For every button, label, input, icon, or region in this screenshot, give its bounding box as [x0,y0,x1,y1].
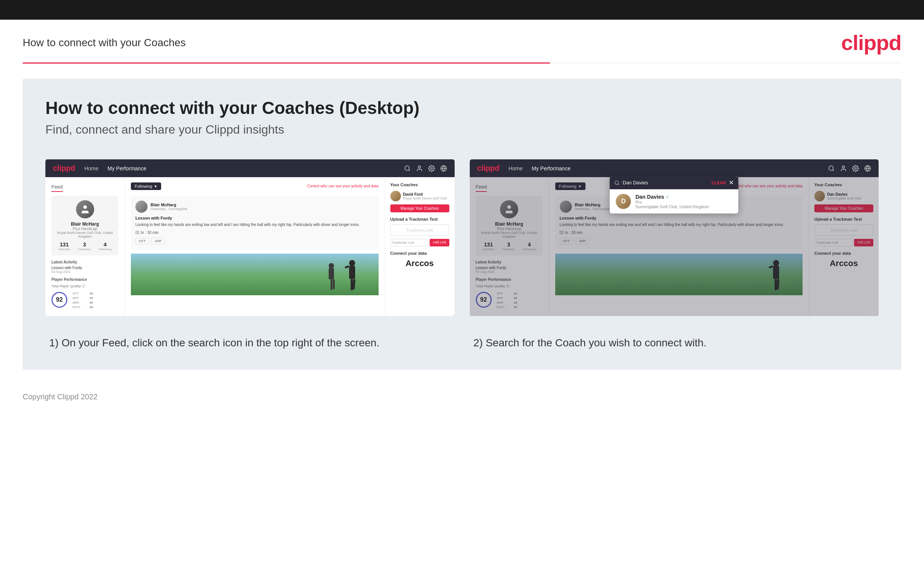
latest-activity-1: Latest Activity Lesson with Fordy 03 Aug… [52,260,118,274]
svg-point-18 [842,166,845,168]
profile-avatar-2 [500,200,518,218]
app-btn-2[interactable]: APP [576,238,589,245]
svg-point-0 [405,166,409,170]
user-icon-1 [416,165,423,172]
copyright-text: Copyright Clippd 2022 [23,393,97,401]
search-icon-2[interactable] [828,165,835,172]
header: How to connect with your Coaches clippd [0,19,924,62]
svg-point-2 [418,166,421,168]
latest-activity-2: Latest Activity Lesson with Fordy 03 Aug… [476,260,543,274]
ott-btn-1[interactable]: OTT [135,238,149,245]
clippd-logo: clippd [841,30,901,55]
svg-rect-14 [330,279,332,290]
user-icon-2 [840,165,847,172]
svg-rect-15 [333,279,335,289]
coach-avatar-2 [814,191,825,201]
verified-icon: ✓ [666,194,670,200]
nav-performance-1[interactable]: My Performance [107,166,146,172]
search-clear-button[interactable]: CLEAR [712,180,726,185]
profile-handicap-2: Plus Handicap [479,227,540,231]
manage-coaches-btn-2[interactable]: Manage Your Coaches [814,205,873,212]
connect-title-2: Connect your data [814,251,873,255]
golfer-silhouette-3 [765,257,788,295]
screenshot-1: clippd Home My Performance Feed [45,159,455,316]
globe-icon-2 [864,165,871,172]
control-link-1[interactable]: Control who can see your activity and da… [307,184,378,188]
connect-title-1: Connect your data [390,251,449,255]
coach-item-1: David Ford Royal North Devon Golf Club [390,191,449,201]
add-link-btn-2[interactable]: Add Link [854,239,873,247]
app-btn-1[interactable]: APP [151,238,165,245]
settings-icon-2 [852,165,859,172]
profile-stats-2: 131 Activities 3 Followers 4 Following [479,242,540,251]
svg-rect-13 [328,268,334,279]
svg-point-6 [83,206,87,209]
arccos-logo-1: Arccos [390,258,449,268]
following-button-2[interactable]: Following ▼ [555,182,586,190]
search-icon-1[interactable] [404,165,411,172]
feed-label-1: Feed [52,184,63,192]
coach-item-2: Dan Davies Sunningdale Golf Club [814,191,873,201]
player-performance-1: Player Performance Total Player Quality … [52,278,118,310]
nav-icons-1 [404,165,447,172]
svg-rect-9 [345,265,350,269]
trackman-field-2[interactable]: Trackman Link [814,239,853,247]
control-link-2[interactable]: Control who can see your activity and da… [731,184,803,188]
app-body-1: Feed Blair McHarg Plus Handicap Royal No… [45,177,455,316]
trackman-placeholder-2: Trackman Link [814,224,873,236]
coach-name-dan: Dan Davies [827,192,861,196]
app-logo-2: clippd [477,164,500,173]
app-logo-1: clippd [53,164,75,173]
profile-name-2: Blair McHarg [479,221,540,227]
nav-home-1[interactable]: Home [84,166,98,172]
coach-club-1: Royal North Devon Golf Club [403,196,447,200]
search-close-button[interactable]: ✕ [729,179,734,186]
globe-icon-1 [440,165,447,172]
svg-point-12 [328,263,334,268]
manage-coaches-btn-1[interactable]: Manage Your Coaches [390,205,449,212]
sidebar-1: Feed Blair McHarg Plus Handicap Royal No… [45,177,125,316]
settings-icon-1 [428,165,435,172]
svg-point-25 [773,260,779,266]
search-result-name: Dan Davies [635,194,664,200]
golfer-silhouette-2 [322,261,341,295]
search-result-item[interactable]: D Dan Davies ✓ Pro Sunningdale Golf Club… [610,189,738,213]
coach-club-dan: Sunningdale Golf Club [827,196,861,200]
following-button-1[interactable]: Following ▼ [131,182,161,190]
nav-performance-2[interactable]: My Performance [532,166,571,172]
nav-icons-2 [828,165,871,172]
svg-point-19 [855,167,857,169]
ott-btn-2[interactable]: OTT [560,238,573,245]
svg-rect-26 [773,266,779,279]
golf-photo-1 [131,253,379,295]
screenshot-2: clippd Home My Performance Dan Davies CL… [470,159,879,316]
step-text-1: 1) On your Feed, click on the search ico… [45,335,455,351]
nav-home-2[interactable]: Home [508,166,522,172]
header-divider [23,62,901,63]
step-label-1: 1) On your Feed, click on the search ico… [49,335,451,351]
search-bar-icon [614,180,620,185]
golf-photo-2 [555,253,803,295]
steps-row: 1) On your Feed, click on the search ico… [45,335,879,351]
coach-name-1: David Ford [403,192,447,196]
arccos-logo-2: Arccos [814,258,873,268]
golfer-silhouette-1 [341,257,364,295]
main-content: How to connect with your Coaches (Deskto… [23,79,901,370]
profile-avatar-1 [76,200,94,218]
search-bar: Dan Davies CLEAR ✕ [610,176,738,189]
profile-name-1: Blair McHarg [55,221,115,227]
svg-point-7 [349,260,355,266]
add-link-btn-1[interactable]: Add Link [430,239,449,247]
trackman-field-1[interactable]: Trackman Link [390,239,429,247]
profile-handicap-1: Plus Handicap [55,227,115,231]
top-bar [0,0,924,19]
search-result-avatar: D [616,194,631,209]
app-nav-2: clippd Home My Performance [470,159,879,177]
svg-point-22 [615,180,618,184]
section-subtitle: Find, connect and share your Clippd insi… [45,123,879,136]
stat-followers-1: 3 Followers [78,242,91,251]
perf-bars-2: OTT 90 APP 85 ARG [497,292,518,310]
search-input[interactable]: Dan Davies [623,180,709,185]
profile-stats-1: 131 Activities 3 Followers 4 Following [55,242,115,251]
post-card-1: Blair McHarg Yesterday · Sunningdale Les… [131,196,379,249]
